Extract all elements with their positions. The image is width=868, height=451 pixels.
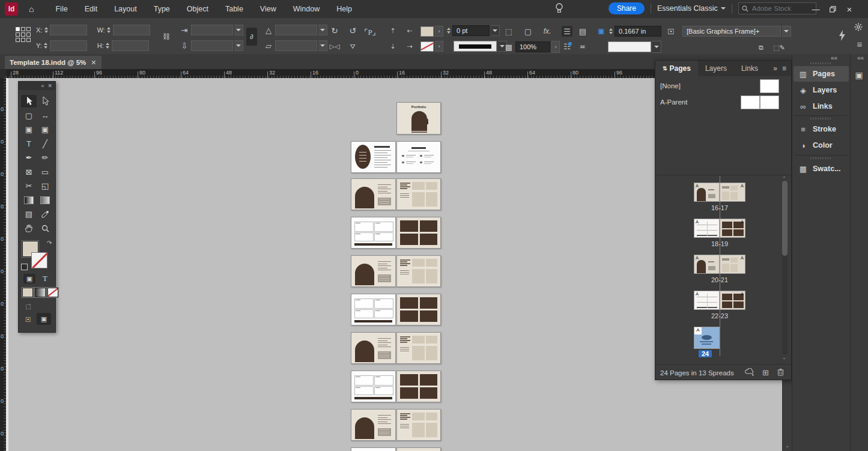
flip-horizontal-icon[interactable]: ▷◁ bbox=[329, 41, 340, 52]
share-button[interactable]: Share bbox=[609, 2, 645, 14]
tab-pages[interactable]: ⇅ Pages bbox=[655, 61, 698, 76]
thumb-page-left[interactable]: A bbox=[694, 183, 720, 202]
scroll-up-icon[interactable]: ⌃ bbox=[782, 176, 786, 181]
opacity-value[interactable]: 100% bbox=[515, 41, 550, 52]
close-panel-icon[interactable]: ✕ bbox=[47, 83, 52, 89]
chevron-down-icon[interactable] bbox=[491, 25, 500, 36]
note-tool[interactable]: ▤ bbox=[21, 208, 37, 220]
rectangle-tool[interactable]: ▭ bbox=[37, 166, 53, 178]
rotate-ccw-icon[interactable]: ↺ bbox=[347, 25, 358, 36]
drop-shadow-icon[interactable]: ☷ bbox=[562, 41, 572, 52]
apply-none-button[interactable] bbox=[47, 288, 58, 297]
corner-value[interactable]: 0.1667 in bbox=[615, 26, 661, 37]
constrain-link-broken-icon[interactable]: ⛓ bbox=[161, 31, 172, 42]
spread-label-22-23[interactable]: 22-23 bbox=[694, 312, 745, 319]
document-page-left[interactable] bbox=[351, 178, 396, 210]
thumb-page-right[interactable]: A bbox=[720, 255, 745, 274]
spread-thumbnail-16-17[interactable]: AA bbox=[694, 183, 745, 202]
pages-scrollbar[interactable] bbox=[782, 181, 788, 355]
cover-page[interactable]: Portfolio bbox=[396, 102, 441, 135]
tab-links[interactable]: Links bbox=[734, 61, 765, 76]
master-a-parent-thumbnail-left[interactable] bbox=[741, 95, 760, 109]
tab-layers[interactable]: Layers bbox=[698, 61, 734, 76]
rotation-angle-select[interactable] bbox=[275, 25, 317, 35]
corner-shape-icon[interactable]: ▢ bbox=[523, 26, 533, 37]
apply-gradient-button[interactable] bbox=[35, 288, 46, 297]
swap-fill-stroke-icon[interactable]: ↷ bbox=[47, 240, 52, 246]
swap-fill-stroke-icon[interactable]: ⧉ bbox=[756, 42, 766, 53]
align-icon[interactable]: ≖ bbox=[577, 41, 588, 52]
y-input[interactable] bbox=[50, 40, 87, 51]
stroke-type-select[interactable] bbox=[454, 41, 497, 52]
fill-color-swatch[interactable] bbox=[420, 26, 434, 37]
content-collector-tool[interactable]: ▣ bbox=[21, 123, 37, 136]
line-tool[interactable]: ╱ bbox=[37, 138, 53, 150]
master-a-parent-label[interactable]: A-Parent bbox=[660, 98, 687, 106]
normal-view-icon[interactable]: 🞔 bbox=[22, 315, 34, 324]
document-tab[interactable]: Template 18.indd @ 5% ✕ bbox=[5, 56, 102, 69]
reference-point-proxy[interactable] bbox=[16, 27, 31, 42]
menu-help[interactable]: Help bbox=[328, 0, 360, 18]
dock-item-stroke[interactable]: ≡Stroke bbox=[794, 121, 849, 137]
stroke-color-swatch[interactable] bbox=[420, 41, 434, 52]
menu-window[interactable]: Window bbox=[285, 0, 328, 18]
restore-button[interactable] bbox=[824, 2, 841, 16]
chevron-down-icon[interactable] bbox=[318, 40, 327, 51]
gradient-swatch-tool[interactable] bbox=[21, 194, 37, 207]
thumb-page-left[interactable]: A bbox=[694, 219, 720, 238]
spread-label-20-21[interactable]: 20-21 bbox=[694, 276, 745, 283]
text-wrap-around-icon[interactable]: ▤ bbox=[577, 26, 588, 37]
home-icon[interactable]: ⌂ bbox=[29, 4, 34, 14]
indesign-logo-icon[interactable]: Id bbox=[5, 2, 18, 16]
chevron-down-icon[interactable] bbox=[318, 25, 327, 35]
dock-drag-handle[interactable] bbox=[810, 62, 832, 64]
selection-tool[interactable] bbox=[21, 95, 37, 107]
document-page-right[interactable] bbox=[396, 255, 442, 287]
spread-label-16-17[interactable]: 16-17 bbox=[694, 204, 745, 211]
document-page-left[interactable] bbox=[351, 255, 396, 287]
gap-tool[interactable]: ↔ bbox=[37, 109, 53, 122]
dock-drag-handle[interactable] bbox=[810, 118, 832, 120]
stroke-weight-value[interactable]: 0 pt bbox=[452, 25, 490, 36]
menu-type[interactable]: Type bbox=[145, 0, 178, 18]
gear-icon[interactable] bbox=[854, 23, 863, 31]
chevron-down-icon[interactable] bbox=[652, 41, 661, 53]
page-from-cc-icon[interactable] bbox=[745, 368, 754, 377]
scale-y-select[interactable] bbox=[191, 40, 233, 51]
thumb-page-left[interactable]: A bbox=[694, 291, 720, 310]
quick-actions-icon[interactable] bbox=[839, 30, 846, 41]
zoom-tool[interactable] bbox=[37, 222, 53, 235]
content-placer-tool[interactable]: ▣ bbox=[37, 123, 53, 136]
direct-selection-tool[interactable] bbox=[37, 95, 53, 107]
document-page-right[interactable] bbox=[396, 217, 442, 249]
stroke-swatch[interactable] bbox=[31, 252, 47, 268]
document-page-left[interactable] bbox=[351, 409, 396, 441]
scroll-down-icon[interactable]: ⌄ bbox=[785, 443, 790, 449]
document-spread[interactable] bbox=[351, 371, 441, 402]
formatting-affects-text-button[interactable]: T bbox=[39, 274, 51, 283]
preview-swatch[interactable] bbox=[608, 41, 651, 52]
select-container-icon[interactable]: ⌜P⌟ bbox=[363, 26, 377, 37]
formatting-affects-container-button[interactable]: ▣ bbox=[23, 274, 35, 283]
document-spread[interactable] bbox=[351, 332, 441, 364]
menu-table[interactable]: Table bbox=[217, 0, 252, 18]
adobe-stock-search[interactable] bbox=[738, 2, 816, 14]
spread-label-18-19[interactable]: 18-19 bbox=[694, 240, 745, 247]
eyedropper-tool[interactable] bbox=[37, 208, 53, 220]
w-input[interactable] bbox=[113, 25, 150, 35]
dock-drag-handle[interactable] bbox=[810, 157, 832, 159]
document-page-right[interactable] bbox=[396, 447, 442, 451]
spread-thumbnail-22-23[interactable]: AA bbox=[694, 291, 745, 310]
text-wrap-none-icon[interactable]: ☰ bbox=[562, 26, 572, 37]
stroke-weight-stepper[interactable] bbox=[446, 28, 451, 34]
scroll-down-icon[interactable]: ⌄ bbox=[782, 355, 786, 360]
thumb-page-right[interactable]: A bbox=[720, 219, 745, 238]
object-style-value[interactable]: [Basic Graphics Frame]+ bbox=[682, 26, 781, 37]
menu-edit[interactable]: Edit bbox=[76, 0, 106, 18]
panel-menu-icon[interactable]: ≡ bbox=[782, 64, 786, 73]
master-none-label[interactable]: [None] bbox=[660, 82, 681, 89]
page-tool[interactable]: ▢ bbox=[21, 109, 37, 122]
document-page-left[interactable] bbox=[351, 332, 396, 364]
stroke-options-button[interactable]: › bbox=[435, 41, 443, 52]
corner-options-icon[interactable]: ⬚ bbox=[503, 26, 514, 37]
